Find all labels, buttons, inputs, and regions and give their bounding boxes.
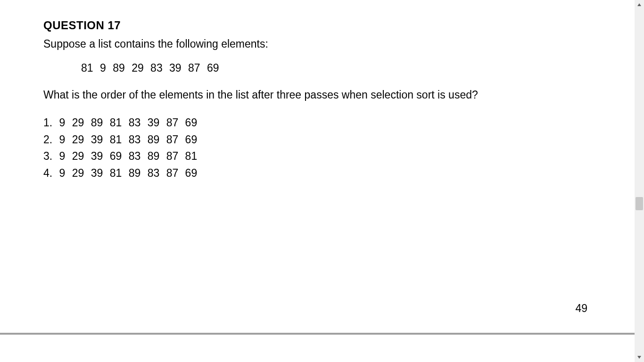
option-4-values: 9 29 39 81 89 83 87 69 xyxy=(59,167,198,179)
scroll-up-icon[interactable] xyxy=(635,0,644,9)
option-1-values: 9 29 89 81 83 39 87 69 xyxy=(59,116,198,129)
option-1-number: 1. xyxy=(43,116,52,129)
option-2: 2. 9 29 39 81 83 89 87 69 xyxy=(43,132,635,148)
page-number: 49 xyxy=(575,302,587,315)
list-elements: 81 9 89 29 83 39 87 69 xyxy=(43,62,635,74)
question-prompt: What is the order of the elements in the… xyxy=(43,89,635,101)
question-title: QUESTION 17 xyxy=(43,19,635,32)
option-3-number: 3. xyxy=(43,150,52,162)
vertical-scrollbar[interactable] xyxy=(635,0,644,362)
scrollbar-track[interactable] xyxy=(635,9,644,353)
page-divider xyxy=(0,333,635,335)
scrollbar-thumb[interactable] xyxy=(636,197,643,210)
document-page: QUESTION 17 Suppose a list contains the … xyxy=(0,0,635,362)
scroll-down-icon[interactable] xyxy=(635,353,644,362)
option-3: 3. 9 29 39 69 83 89 87 81 xyxy=(43,148,635,165)
option-4-number: 4. xyxy=(43,167,52,179)
option-2-values: 9 29 39 81 83 89 87 69 xyxy=(59,133,198,146)
option-1: 1. 9 29 89 81 83 39 87 69 xyxy=(43,115,635,132)
option-4: 4. 9 29 39 81 89 83 87 69 xyxy=(43,165,635,182)
question-intro: Suppose a list contains the following el… xyxy=(43,38,635,50)
options-list: 1. 9 29 89 81 83 39 87 69 2. 9 29 39 81 … xyxy=(43,115,635,182)
option-3-values: 9 29 39 69 83 89 87 81 xyxy=(59,150,198,162)
option-2-number: 2. xyxy=(43,133,52,146)
